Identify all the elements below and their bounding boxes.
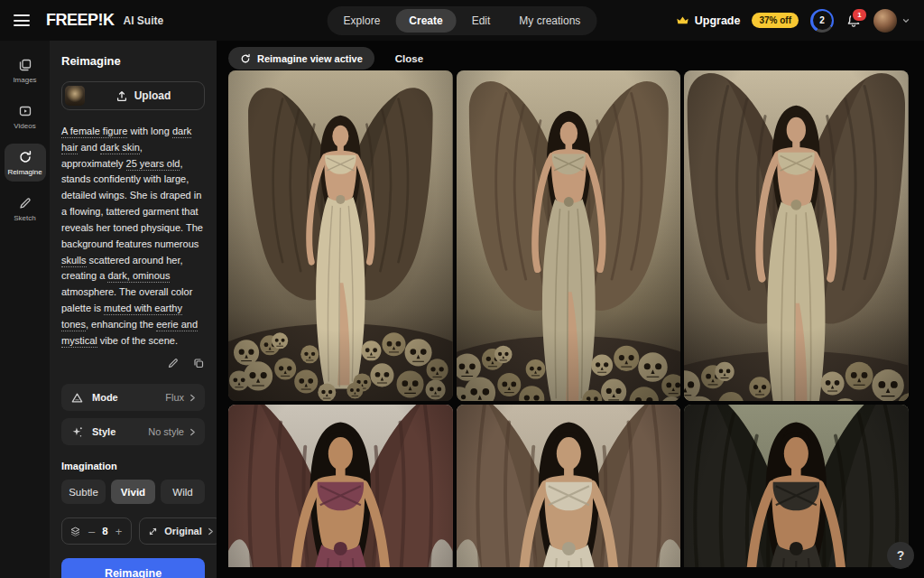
notifications-button[interactable]: 1 [845, 13, 862, 29]
mode-selector[interactable]: Mode Flux [61, 384, 205, 411]
nav-tab-my-creations[interactable]: My creations [505, 9, 594, 33]
notification-badge: 1 [851, 7, 868, 23]
imagination-label: Imagination [61, 461, 205, 471]
freepik-logo[interactable]: FREEP!K [46, 11, 115, 30]
avatar [873, 9, 897, 33]
imagination-wild-button[interactable]: Wild [161, 480, 205, 504]
crown-icon [676, 14, 689, 27]
credits-count: 2 [819, 15, 825, 25]
resize-icon [147, 526, 159, 537]
close-button[interactable]: Close [390, 52, 429, 65]
view-pill-label: Reimagine view active [257, 53, 363, 64]
generated-image-4[interactable] [228, 405, 453, 567]
menu-icon[interactable] [14, 14, 30, 26]
generated-images-grid [228, 70, 909, 567]
size-selector[interactable]: Original [139, 517, 217, 545]
edit-prompt-icon[interactable] [167, 357, 180, 369]
increase-count-button[interactable]: + [114, 526, 125, 537]
imagination-subtle-button[interactable]: Subtle [61, 480, 106, 504]
reimagine-view-toggle[interactable]: Reimagine view active [228, 47, 374, 70]
chevron-right-icon [208, 527, 214, 536]
imagination-vivid-button[interactable]: Vivid [111, 480, 155, 504]
rail-item-label: Sketch [14, 214, 35, 222]
generated-image-2[interactable] [457, 70, 681, 401]
chevron-right-icon [189, 428, 196, 436]
account-menu[interactable] [873, 9, 910, 33]
main-nav: Explore Create Edit My creations [328, 6, 597, 35]
suite-label: AI Suite [124, 14, 164, 27]
nav-tab-edit[interactable]: Edit [458, 9, 504, 33]
layers-icon [69, 526, 81, 537]
reimagine-submit-button[interactable]: Reimagine [61, 558, 205, 578]
nav-tab-create[interactable]: Create [395, 9, 456, 33]
header-actions: Upgrade 37% off 2 1 [676, 9, 910, 33]
results-area: Reimagine view active Close [217, 41, 924, 578]
results-toolbar: Reimagine view active Close [228, 47, 909, 70]
image-count-stepper[interactable]: – 8 + [61, 517, 132, 545]
upload-button[interactable]: Upload [61, 81, 205, 110]
videos-icon [18, 104, 32, 118]
generated-image-1[interactable] [228, 70, 453, 401]
generated-image-5[interactable] [457, 405, 681, 567]
imagination-options: Subtle Vivid Wild [61, 480, 205, 504]
style-sparkle-icon [70, 425, 84, 439]
sketch-icon [18, 196, 32, 210]
chevron-right-icon [189, 394, 196, 402]
prompt-actions [61, 357, 205, 369]
sidebar-item-videos[interactable]: Videos [5, 98, 46, 135]
sidebar-item-sketch[interactable]: Sketch [5, 190, 46, 228]
sidebar-item-images[interactable]: Images [5, 51, 46, 89]
mode-value: Flux [165, 392, 184, 403]
upload-icon [116, 89, 128, 102]
style-selector[interactable]: Style No style [61, 418, 205, 445]
upload-label: Upload [134, 89, 171, 102]
discount-badge[interactable]: 37% off [752, 13, 799, 28]
rail-item-label: Videos [14, 122, 35, 130]
upgrade-button[interactable]: Upgrade [676, 14, 741, 27]
panel-title: Reimagine [61, 54, 205, 68]
reimagine-panel: Reimagine Upload A female figure with lo… [50, 41, 217, 578]
credits-indicator[interactable]: 2 [810, 9, 834, 33]
generated-image-3[interactable] [684, 70, 909, 401]
tool-rail: Images Videos Reimagine Sketch [0, 41, 50, 578]
prompt-text[interactable]: A female figure with long dark hair and … [61, 124, 205, 349]
nav-tab-explore[interactable]: Explore [330, 9, 394, 33]
mode-icon [70, 391, 84, 405]
images-icon [18, 58, 32, 72]
decrease-count-button[interactable]: – [87, 526, 97, 537]
top-bar: FREEP!K AI Suite Explore Create Edit My … [0, 0, 924, 41]
size-value: Original [164, 526, 202, 536]
style-value: No style [148, 426, 184, 437]
generation-settings-row: – 8 + Original [61, 517, 205, 545]
image-count-value: 8 [102, 526, 107, 536]
refresh-icon [240, 53, 251, 64]
source-image-thumbnail [65, 86, 85, 106]
rail-item-label: Images [13, 76, 36, 84]
copy-prompt-icon[interactable] [192, 357, 205, 369]
generated-image-6[interactable] [684, 405, 909, 567]
help-button[interactable]: ? [887, 542, 914, 569]
sidebar-item-reimagine[interactable]: Reimagine [5, 144, 46, 182]
mode-label: Mode [92, 392, 118, 403]
reimagine-icon [18, 150, 32, 164]
style-label: Style [92, 426, 116, 437]
upgrade-label: Upgrade [695, 14, 741, 27]
chevron-down-icon [901, 16, 910, 25]
rail-item-label: Reimagine [7, 168, 42, 176]
